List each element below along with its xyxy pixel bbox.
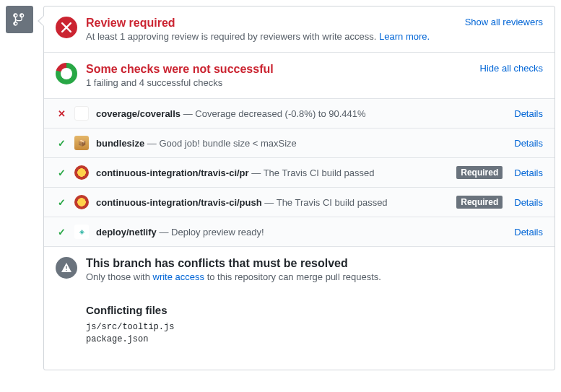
check-row: ✓continuous-integration/travis-ci/push —… [44, 188, 555, 217]
check-desc: Good job! bundle size < maxSize [159, 138, 296, 149]
check-row: ✓◈deploy/netlify — Deploy preview ready!… [44, 217, 555, 247]
check-desc: The Travis CI build passed [277, 197, 388, 208]
checks-section: Some checks were not successful 1 failin… [44, 53, 555, 99]
check-desc: Coverage decreased (-0.8%) to 90.441% [195, 108, 365, 119]
details-link[interactable]: Details [514, 197, 543, 208]
x-icon: ✕ [56, 108, 67, 119]
travis-icon [74, 165, 89, 180]
netlify-icon: ◈ [74, 225, 89, 239]
checks-donut-icon [56, 63, 77, 84]
check-row: ✓📦bundlesize — Good job! bundle size < m… [44, 129, 555, 158]
hide-all-checks-link[interactable]: Hide all checks [480, 63, 543, 74]
review-title: Review required [86, 17, 456, 30]
conflicts-title: This branch has conflicts that must be r… [86, 257, 543, 270]
details-link[interactable]: Details [514, 138, 543, 149]
write-access-link[interactable]: write access [153, 271, 205, 282]
bundle-icon: 📦 [74, 136, 89, 150]
travis-icon [74, 195, 89, 209]
check-name: continuous-integration/travis-ci/pr [96, 167, 249, 178]
required-badge: Required [456, 166, 503, 179]
review-desc-text: At least 1 approving review is required … [86, 31, 379, 42]
check-separator: — [144, 138, 159, 149]
check-desc: The Travis CI build passed [264, 167, 375, 178]
check-name: continuous-integration/travis-ci/push [96, 197, 262, 208]
check-separator: — [181, 108, 195, 119]
conflicting-files-list: js/src/tooltip.jspackage.json [86, 322, 531, 344]
check-name: bundlesize [96, 138, 144, 149]
checks-title: Some checks were not successful [86, 63, 471, 76]
x-icon [56, 17, 77, 38]
check-icon: ✓ [56, 197, 67, 208]
conflicts-section: This branch has conflicts that must be r… [44, 247, 555, 370]
check-text: coverage/coveralls — Coverage decreased … [96, 108, 507, 119]
check-icon: ✓ [56, 227, 67, 238]
branch-icon [6, 6, 33, 33]
check-desc: Deploy preview ready! [171, 227, 264, 238]
check-text: deploy/netlify — Deploy preview ready! [96, 227, 507, 238]
check-text: bundlesize — Good job! bundle size < max… [96, 138, 507, 149]
conflicting-files-heading: Conflicting files [86, 304, 531, 316]
check-text: continuous-integration/travis-ci/pr — Th… [96, 167, 449, 178]
alert-icon [56, 257, 77, 279]
review-desc: At least 1 approving review is required … [86, 31, 456, 42]
checks-list: ✕coverage/coveralls — Coverage decreased… [44, 99, 555, 247]
learn-more-link[interactable]: Learn more. [379, 31, 430, 42]
checks-summary: 1 failing and 4 successful checks [86, 77, 471, 88]
conflicts-desc-suffix: to this repository can merge pull reques… [204, 271, 381, 282]
check-separator: — [249, 167, 264, 178]
check-row: ✕coverage/coveralls — Coverage decreased… [44, 99, 555, 129]
check-icon: ✓ [56, 167, 67, 178]
review-section: Review required At least 1 approving rev… [44, 6, 555, 53]
merge-status-panel: Review required At least 1 approving rev… [43, 6, 555, 370]
details-link[interactable]: Details [514, 227, 543, 238]
check-separator: — [262, 197, 277, 208]
check-icon: ✓ [56, 138, 67, 149]
check-name: deploy/netlify [96, 227, 157, 238]
required-badge: Required [456, 196, 503, 209]
coveralls-icon [74, 106, 89, 121]
conflicting-file: package.json [86, 334, 531, 344]
check-text: continuous-integration/travis-ci/push — … [96, 197, 449, 208]
check-row: ✓continuous-integration/travis-ci/pr — T… [44, 158, 555, 188]
details-link[interactable]: Details [514, 167, 543, 178]
show-all-reviewers-link[interactable]: Show all reviewers [465, 17, 543, 27]
conflicting-file: js/src/tooltip.js [86, 322, 531, 332]
details-link[interactable]: Details [514, 108, 543, 119]
check-name: coverage/coveralls [96, 108, 181, 119]
conflicts-desc-prefix: Only those with [86, 271, 153, 282]
conflicts-desc: Only those with write access to this rep… [86, 271, 543, 282]
check-separator: — [157, 227, 171, 238]
